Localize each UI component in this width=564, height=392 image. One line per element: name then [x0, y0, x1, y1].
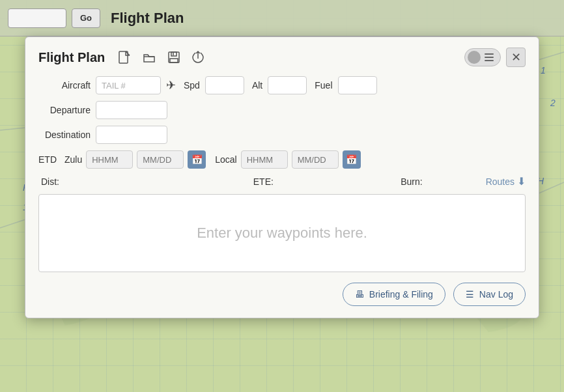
- page-title: Flight Plan: [111, 10, 184, 27]
- export-button[interactable]: [190, 48, 208, 66]
- local-date-input[interactable]: [292, 150, 339, 169]
- aircraft-row: Aircraft ✈ Spd 110 Alt 080 Fuel 0: [38, 76, 526, 94]
- briefing-icon: 🖶: [355, 289, 364, 300]
- routes-chevron-icon: ⬇: [517, 175, 526, 188]
- burn-label: Burn:: [337, 176, 486, 187]
- footer-buttons: 🖶 Briefing & Filing ☰ Nav Log: [38, 283, 526, 306]
- waypoints-area[interactable]: Enter your waypoints here.: [38, 194, 526, 272]
- header-right-controls: ✕: [464, 48, 526, 67]
- close-button[interactable]: ✕: [506, 48, 526, 67]
- speed-input[interactable]: 110: [205, 76, 244, 94]
- local-time-input[interactable]: [241, 150, 288, 169]
- modal-header: Flight Plan: [38, 48, 526, 67]
- top-bar: Go Flight Plan: [0, 0, 564, 36]
- dist-label: Dist:: [41, 176, 190, 187]
- stats-row: Dist: ETE: Burn: Routes ⬇: [38, 175, 526, 188]
- etd-label: ETD: [38, 154, 58, 165]
- zulu-calendar-button[interactable]: 📅: [188, 150, 206, 169]
- destination-label: Destination: [38, 130, 91, 140]
- briefing-label: Briefing & Filing: [369, 289, 433, 300]
- flight-plan-modal: Flight Plan: [25, 36, 539, 318]
- map-label-1: 1: [541, 65, 546, 76]
- topbar-input[interactable]: [8, 8, 66, 28]
- svg-rect-7: [170, 59, 178, 63]
- map-label-2: 2: [550, 98, 556, 108]
- aircraft-label: Aircraft: [38, 80, 91, 91]
- etd-row: ETD Zulu 📅 Local 📅: [38, 150, 526, 169]
- alt-label: Alt: [252, 80, 262, 91]
- fuel-input[interactable]: 0: [338, 76, 377, 94]
- routes-button[interactable]: Routes ⬇: [486, 175, 526, 188]
- ete-label: ETE:: [190, 176, 338, 187]
- departure-input[interactable]: [96, 101, 167, 119]
- destination-input[interactable]: [96, 126, 167, 144]
- spd-label: Spd: [184, 80, 200, 91]
- save-file-button[interactable]: [165, 48, 183, 66]
- header-left: Flight Plan: [38, 48, 208, 66]
- toggle-view-button[interactable]: [464, 48, 501, 66]
- briefing-filing-button[interactable]: 🖶 Briefing & Filing: [343, 283, 445, 306]
- altitude-input[interactable]: 080: [268, 76, 307, 94]
- svg-rect-6: [171, 52, 176, 56]
- go-button[interactable]: Go: [72, 8, 100, 28]
- zulu-time-input[interactable]: [86, 150, 133, 169]
- fuel-label: Fuel: [315, 80, 332, 91]
- modal-title: Flight Plan: [38, 50, 105, 65]
- nav-log-button[interactable]: ☰ Nav Log: [453, 283, 526, 306]
- navlog-icon: ☰: [466, 289, 474, 300]
- zulu-label: Zulu: [64, 154, 82, 165]
- waypoints-placeholder: Enter your waypoints here.: [197, 225, 367, 242]
- destination-row: Destination: [38, 126, 526, 144]
- local-label: Local: [215, 154, 236, 165]
- plane-icon: ✈: [166, 78, 176, 92]
- zulu-date-input[interactable]: [137, 150, 184, 169]
- departure-row: Departure: [38, 101, 526, 119]
- svg-rect-4: [119, 51, 128, 63]
- open-file-button[interactable]: [140, 48, 158, 66]
- departure-label: Departure: [38, 105, 91, 115]
- navlog-label: Nav Log: [479, 289, 513, 300]
- tail-number-input[interactable]: [96, 76, 161, 94]
- new-file-button[interactable]: [115, 48, 134, 66]
- modal-toolbar-icons: [115, 48, 208, 66]
- local-calendar-button[interactable]: 📅: [343, 150, 361, 169]
- routes-label: Routes: [486, 176, 515, 187]
